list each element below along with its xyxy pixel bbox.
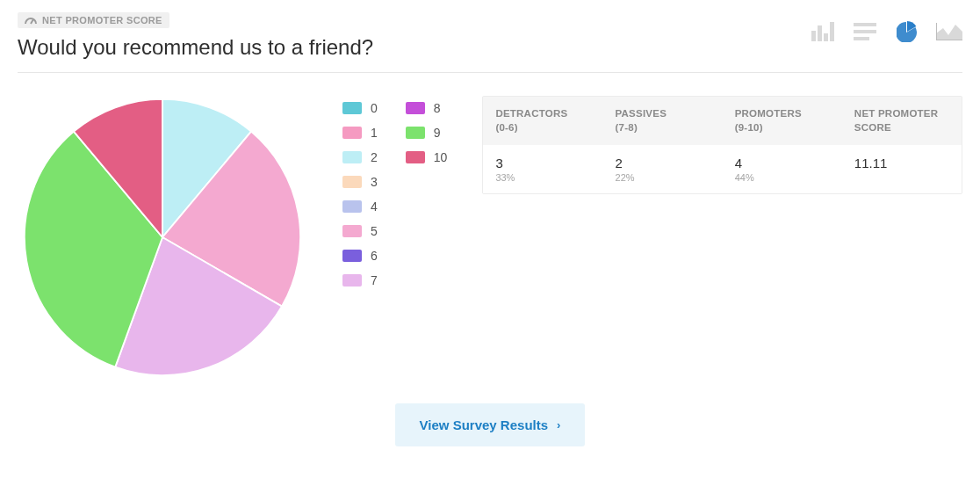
legend-label: 1 bbox=[371, 126, 378, 140]
legend-item: 7 bbox=[342, 273, 378, 287]
nps-count: 4 bbox=[735, 156, 830, 170]
legend-item: 1 bbox=[342, 126, 378, 140]
legend-swatch bbox=[406, 127, 425, 139]
header: NET PROMOTER SCORE Would you recommend u… bbox=[18, 12, 962, 73]
legend-swatch bbox=[342, 127, 362, 139]
chart-type-switch bbox=[810, 12, 962, 42]
pie-chart-svg bbox=[18, 92, 307, 382]
svg-rect-2 bbox=[818, 25, 822, 41]
nps-badge-label: NET PROMOTER SCORE bbox=[42, 15, 162, 25]
chart-type-area[interactable] bbox=[936, 21, 962, 42]
legend-swatch bbox=[342, 274, 362, 287]
nps-header-range: (7-8) bbox=[616, 121, 710, 135]
nps-percent: 33% bbox=[495, 172, 590, 183]
gauge-icon bbox=[25, 16, 37, 25]
pie-chart-icon bbox=[897, 21, 918, 42]
bar-chart-icon bbox=[811, 22, 834, 41]
legend-column-1: 01234567 bbox=[342, 101, 378, 287]
nps-summary-table: DETRACTORS (0-6) PASSIVES (7-8) PROMOTER… bbox=[482, 96, 962, 194]
nps-header-detractors: DETRACTORS (0-6) bbox=[483, 97, 602, 145]
header-left: NET PROMOTER SCORE Would you recommend u… bbox=[18, 12, 373, 60]
nps-percent: 44% bbox=[735, 172, 830, 183]
svg-rect-3 bbox=[824, 33, 828, 41]
legend-swatch bbox=[342, 176, 362, 188]
nps-header-passives: PASSIVES (7-8) bbox=[603, 97, 723, 145]
legend-swatch bbox=[406, 151, 425, 163]
legend-swatch bbox=[342, 225, 362, 237]
legend-item: 5 bbox=[342, 224, 378, 238]
legend-item: 10 bbox=[406, 150, 448, 164]
nps-value-detractors: 3 33% bbox=[483, 145, 602, 193]
legend-swatch bbox=[342, 151, 362, 163]
legend-swatch bbox=[342, 102, 362, 114]
legend-label: 3 bbox=[371, 175, 378, 189]
nps-header-label: PROMOTERS bbox=[735, 107, 830, 121]
nps-header-range: (9-10) bbox=[735, 121, 830, 135]
svg-rect-6 bbox=[854, 30, 876, 33]
nps-header-score: NET PROMOTER SCORE bbox=[842, 97, 962, 145]
nps-value-promoters: 4 44% bbox=[723, 145, 842, 193]
svg-line-0 bbox=[31, 19, 33, 24]
nps-header-label: PASSIVES bbox=[616, 107, 710, 121]
legend-label: 6 bbox=[371, 249, 378, 263]
nps-score: 11.11 bbox=[854, 156, 949, 170]
legend: 01234567 8910 bbox=[342, 92, 447, 287]
legend-label: 9 bbox=[434, 126, 441, 140]
nps-table-header: DETRACTORS (0-6) PASSIVES (7-8) PROMOTER… bbox=[483, 97, 962, 145]
chevron-right-icon: › bbox=[557, 418, 560, 432]
legend-label: 7 bbox=[371, 273, 378, 287]
legend-item: 2 bbox=[342, 150, 378, 164]
nps-header-label: NET PROMOTER bbox=[854, 107, 949, 121]
legend-swatch bbox=[406, 102, 425, 114]
chart-type-list[interactable] bbox=[852, 21, 878, 42]
legend-label: 8 bbox=[434, 101, 441, 115]
svg-rect-4 bbox=[830, 22, 834, 41]
nps-count: 2 bbox=[616, 156, 710, 170]
svg-rect-1 bbox=[811, 31, 816, 41]
list-icon bbox=[854, 23, 876, 40]
legend-item: 8 bbox=[406, 101, 448, 115]
nps-badge: NET PROMOTER SCORE bbox=[18, 12, 169, 28]
nps-header-range: (0-6) bbox=[495, 121, 590, 135]
legend-label: 0 bbox=[371, 101, 378, 115]
legend-item: 4 bbox=[342, 199, 378, 214]
legend-column-2: 8910 bbox=[406, 101, 448, 287]
nps-header-range: SCORE bbox=[854, 121, 949, 135]
nps-percent: 22% bbox=[616, 172, 710, 183]
legend-label: 2 bbox=[371, 150, 378, 164]
page-title: Would you recommend us to a friend? bbox=[18, 35, 373, 60]
svg-rect-5 bbox=[854, 23, 876, 26]
view-survey-results-label: View Survey Results bbox=[420, 417, 548, 432]
nps-table-body: 3 33% 2 22% 4 44% 11.11 bbox=[483, 145, 962, 193]
legend-label: 10 bbox=[434, 150, 448, 164]
footer: View Survey Results › bbox=[18, 403, 962, 446]
nps-header-promoters: PROMOTERS (9-10) bbox=[723, 97, 842, 145]
main-content: 01234567 8910 DETRACTORS (0-6) PASSIVES … bbox=[18, 92, 962, 382]
legend-item: 0 bbox=[342, 101, 378, 115]
legend-label: 5 bbox=[371, 224, 378, 238]
legend-item: 3 bbox=[342, 175, 378, 189]
area-chart-icon bbox=[936, 23, 962, 40]
nps-value-passives: 2 22% bbox=[603, 145, 723, 193]
chart-type-bar[interactable] bbox=[810, 21, 836, 42]
view-survey-results-button[interactable]: View Survey Results › bbox=[395, 403, 586, 446]
nps-value-score: 11.11 bbox=[842, 145, 962, 193]
nps-count: 3 bbox=[495, 156, 590, 170]
pie-chart bbox=[18, 92, 307, 382]
legend-item: 6 bbox=[342, 249, 378, 263]
legend-label: 4 bbox=[371, 199, 378, 214]
legend-item: 9 bbox=[406, 126, 448, 140]
svg-rect-7 bbox=[854, 37, 869, 40]
chart-type-pie[interactable] bbox=[894, 21, 920, 42]
legend-swatch bbox=[342, 250, 362, 262]
legend-swatch bbox=[342, 200, 362, 213]
nps-header-label: DETRACTORS bbox=[495, 107, 590, 121]
